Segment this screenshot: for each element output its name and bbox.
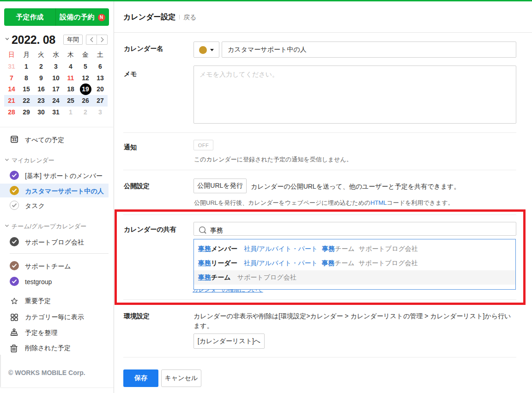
svg-text:31: 31 bbox=[12, 137, 17, 142]
